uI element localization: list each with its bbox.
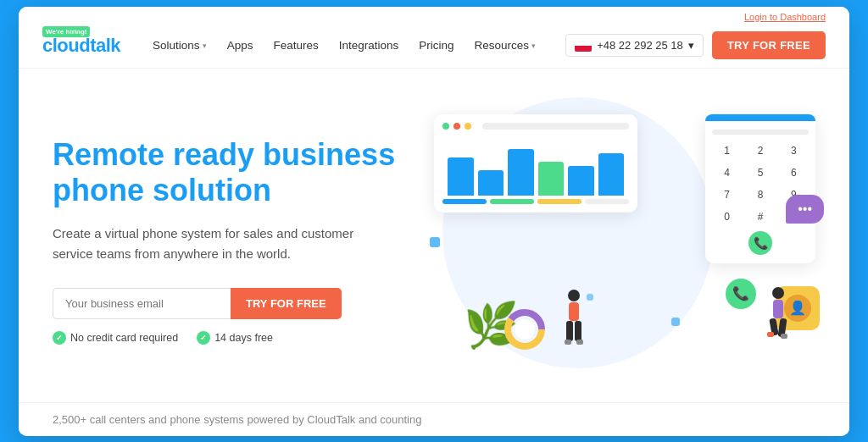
legend-yellow <box>537 199 581 204</box>
deco-square-1 <box>430 237 440 247</box>
url-bar <box>482 123 629 130</box>
nav-resources[interactable]: Resources ▾ <box>466 34 545 57</box>
hero-form: TRY FOR FREE <box>53 288 409 319</box>
dot-orange <box>453 123 460 130</box>
person-figure-1 <box>559 289 588 360</box>
svg-rect-10 <box>773 300 783 318</box>
chat-dots-icon: ••• <box>798 202 812 216</box>
chart-legend <box>442 199 629 204</box>
bar-chart <box>442 136 629 196</box>
phone-search-bar <box>712 130 809 135</box>
keypad-key[interactable]: 5 <box>745 163 775 182</box>
keypad-call-row: 📞 <box>712 231 809 255</box>
legend-blue <box>442 199 487 204</box>
phone-keypad-card: 1234567890#* 📞 <box>705 114 815 263</box>
chart-bar <box>568 166 594 196</box>
perk-14-days: ✓ 14 days free <box>197 331 273 345</box>
nav-main-bar: We're hiring! cloudtalk Solutions ▾ Apps… <box>42 24 826 68</box>
nav-features[interactable]: Features <box>264 34 326 57</box>
chat-bubble: ••• <box>786 195 824 224</box>
person-figure-2 <box>762 286 794 362</box>
legend-green <box>490 199 534 204</box>
svg-rect-6 <box>575 321 581 341</box>
svg-rect-14 <box>781 334 787 339</box>
chevron-down-icon: ▾ <box>688 39 694 52</box>
hero-left: Remote ready business phone solution Cre… <box>53 137 409 345</box>
hiring-badge: We're hiring! <box>42 26 90 37</box>
hero-section: Remote ready business phone solution Cre… <box>19 69 849 402</box>
chart-bar <box>478 170 504 196</box>
nav-right: +48 22 292 25 18 ▾ TRY FOR FREE <box>565 31 826 59</box>
deco-square-3 <box>671 318 680 326</box>
nav-links: Solutions ▾ Apps Features Integrations P… <box>144 34 565 57</box>
phone-selector[interactable]: +48 22 292 25 18 ▾ <box>565 34 704 57</box>
keypad-key[interactable]: # <box>745 207 775 226</box>
call-button[interactable]: 📞 <box>748 231 772 255</box>
nav-try-button[interactable]: TRY FOR FREE <box>712 31 826 59</box>
svg-rect-8 <box>576 340 583 345</box>
dashboard-card <box>434 114 637 213</box>
nav-pricing[interactable]: Pricing <box>410 34 462 57</box>
footer-text: 2,500+ call centers and phone systems po… <box>53 413 421 426</box>
logo-text[interactable]: cloudtalk <box>42 35 120 57</box>
phone-call-bubble: 📞 <box>726 279 756 309</box>
phone-number: +48 22 292 25 18 <box>597 39 683 52</box>
chart-bar <box>598 153 625 196</box>
flag-poland-icon <box>575 40 592 52</box>
svg-rect-5 <box>566 321 573 341</box>
hero-illustration: 1234567890#* 📞 ••• 👤 🌿 <box>417 106 815 377</box>
login-link[interactable]: Login to Dashboard <box>744 12 826 22</box>
perk-no-credit: ✓ No credit card required <box>53 331 178 345</box>
svg-point-9 <box>772 287 784 299</box>
check-icon: ✓ <box>197 331 210 345</box>
keypad-key[interactable]: 7 <box>712 185 742 204</box>
nav-apps[interactable]: Apps <box>219 34 262 57</box>
svg-point-2 <box>515 319 535 340</box>
footer-strip: 2,500+ call centers and phone systems po… <box>19 402 849 436</box>
nav-top-bar: Login to Dashboard <box>42 7 826 24</box>
navbar: Login to Dashboard We're hiring! cloudta… <box>19 7 849 69</box>
hero-perks: ✓ No credit card required ✓ 14 days free <box>53 331 409 345</box>
keypad-key[interactable]: 4 <box>712 163 742 182</box>
dot-yellow <box>465 123 471 130</box>
svg-point-3 <box>568 290 580 301</box>
browser-frame: Login to Dashboard We're hiring! cloudta… <box>19 7 849 436</box>
chart-bar <box>448 157 474 196</box>
dot-green <box>442 123 449 130</box>
keypad-key[interactable]: 3 <box>779 141 809 160</box>
chart-bar <box>538 162 565 196</box>
email-input[interactable] <box>53 288 231 319</box>
legend-gray <box>585 199 629 204</box>
chevron-down-icon: ▾ <box>531 41 536 50</box>
phone-card-topbar <box>705 114 815 121</box>
check-icon: ✓ <box>53 331 66 345</box>
keypad-key[interactable]: 2 <box>745 141 775 160</box>
chart-bar <box>508 149 534 196</box>
dash-topbar <box>442 123 629 130</box>
nav-integrations[interactable]: Integrations <box>331 34 408 57</box>
keypad-key[interactable]: 6 <box>779 163 809 182</box>
hero-heading: Remote ready business phone solution <box>53 137 409 209</box>
keypad-key[interactable]: 1 <box>712 141 742 160</box>
hero-try-button[interactable]: TRY FOR FREE <box>231 288 342 319</box>
donut-chart <box>502 307 548 356</box>
svg-rect-7 <box>565 340 571 345</box>
svg-rect-13 <box>767 332 774 337</box>
svg-rect-4 <box>569 302 579 321</box>
hero-subtext: Create a virtual phone system for sales … <box>53 224 358 264</box>
chevron-down-icon: ▾ <box>203 41 207 50</box>
keypad-key[interactable]: 8 <box>745 185 775 204</box>
phone-icon: 📞 <box>732 285 749 301</box>
logo-area: We're hiring! cloudtalk <box>42 35 120 57</box>
nav-solutions[interactable]: Solutions ▾ <box>144 34 215 57</box>
keypad-key[interactable]: 0 <box>712 207 742 226</box>
